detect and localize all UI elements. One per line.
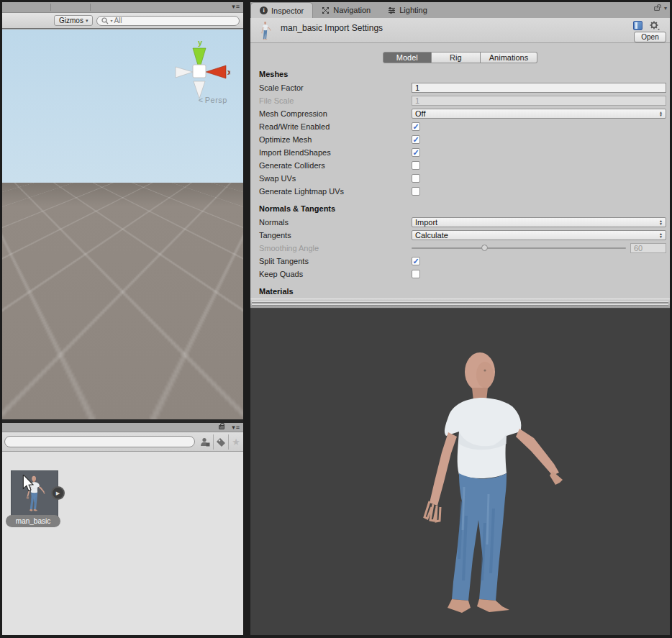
preview-splitter-handle[interactable] (250, 299, 670, 309)
swap-uvs-control (412, 174, 666, 183)
tangents-dropdown[interactable]: Calculate▲▼ (412, 230, 666, 240)
tab-label: Lighting (399, 6, 427, 14)
import-settings-body: ModelRigAnimations MeshesScale FactorFil… (250, 43, 670, 299)
row-split-tangents: Split Tangents✓ (250, 255, 670, 268)
mode-tab-rig[interactable]: Rig (432, 52, 481, 63)
optimize-mesh-checkbox[interactable]: ✓ (412, 135, 420, 144)
unity-editor-window: { "scene_panel": { "pane_menu_icon": "pa… (0, 0, 672, 638)
vertical-splitter[interactable] (243, 0, 250, 638)
project-tabbar: ▾≡ (2, 423, 243, 432)
inspector-tabbar: iInspectorNavigationLighting ▾ (250, 2, 670, 18)
project-pane: ▾≡ ★ ▶ man_b (2, 423, 243, 635)
model-preview[interactable] (250, 309, 670, 636)
search-filter-chevron-icon[interactable]: ▾ (110, 18, 112, 23)
dropdown-arrows-icon: ▲▼ (659, 231, 663, 240)
read-write-enabled-checkbox[interactable]: ✓ (412, 122, 420, 131)
lighting-icon (388, 6, 396, 14)
read-write-enabled-control: ✓ (412, 122, 666, 131)
scale-factor-label: Scale Factor (259, 83, 412, 92)
inspector-header: man_basic Import Settings Open (250, 18, 670, 43)
mesh-compression-control: Off▲▼ (412, 109, 666, 119)
info-icon: i (260, 6, 268, 14)
generate-colliders-checkbox[interactable] (412, 161, 420, 170)
filter-by-label-button[interactable] (213, 434, 228, 450)
slider-knob[interactable] (481, 245, 488, 251)
keep-quads-checkbox[interactable] (412, 270, 420, 278)
section-title-normals-tangents: Normals & Tangents (259, 204, 670, 213)
mesh-compression-label: Mesh Compression (259, 109, 412, 118)
gear-icon[interactable] (650, 21, 660, 30)
read-write-enabled-label: Read/Write Enabled (259, 122, 412, 131)
import-blendshapes-checkbox[interactable]: ✓ (412, 148, 420, 157)
row-smoothing-angle: Smoothing Angle60 (250, 242, 670, 255)
mesh-compression-dropdown[interactable]: Off▲▼ (412, 109, 666, 119)
dropdown-value: Calculate (415, 231, 448, 240)
asset-thumbnail[interactable]: ▶ (12, 471, 58, 517)
row-optimize-mesh: Optimize Mesh✓ (250, 133, 670, 146)
chevron-down-icon: ▾ (86, 18, 88, 24)
mouse-cursor-icon (22, 475, 35, 492)
tab-navigation[interactable]: Navigation (313, 2, 379, 18)
perspective-label[interactable]: <Persp (199, 96, 227, 104)
asset-name-label[interactable]: man_basic (6, 515, 60, 527)
section-title-materials: Materials (259, 287, 670, 296)
tab-label: Inspector (271, 6, 304, 15)
help-book-icon[interactable] (633, 21, 643, 30)
scene-search-input[interactable] (114, 17, 235, 24)
row-file-scale: File Scale (250, 94, 670, 107)
normals-dropdown[interactable]: Import▲▼ (412, 217, 666, 227)
row-import-blendshapes: Import BlendShapes✓ (250, 146, 670, 159)
row-scale-factor: Scale Factor (250, 81, 670, 94)
generate-colliders-control (412, 161, 666, 170)
scene-toolbar: Gizmos ▾ ▾ (2, 13, 243, 29)
project-search-input[interactable] (5, 439, 194, 450)
split-tangents-control: ✓ (412, 257, 666, 265)
scene-search[interactable]: ▾ (96, 16, 240, 26)
scene-viewport[interactable]: y x <Persp (2, 29, 243, 419)
row-generate-lightmap-uvs: Generate Lightmap UVs (250, 185, 670, 198)
window-border (0, 635, 672, 638)
scene-tabbar: ▾≡ (2, 2, 243, 13)
open-button[interactable]: Open (634, 32, 666, 42)
generate-lightmap-uvs-control (412, 187, 666, 196)
pane-menu-icon[interactable]: ▾≡ (232, 3, 240, 10)
tangents-label: Tangents (259, 231, 412, 240)
svg-text:x: x (227, 68, 230, 76)
filter-by-type-button[interactable] (198, 434, 213, 450)
mode-tab-model[interactable]: Model (383, 52, 432, 63)
mode-tab-animations[interactable]: Animations (481, 52, 537, 63)
pane-menu-icon[interactable]: ▾≡ (232, 424, 240, 431)
scale-factor-field[interactable] (412, 83, 666, 93)
file-scale-label: File Scale (259, 96, 412, 105)
tab-inspector[interactable]: iInspector (250, 2, 313, 18)
tab-separator (90, 4, 91, 11)
row-tangents: TangentsCalculate▲▼ (250, 229, 670, 242)
keep-quads-label: Keep Quads (259, 270, 412, 278)
split-tangents-label: Split Tangents (259, 257, 412, 265)
project-toolbar: ★ (2, 432, 243, 452)
tab-lighting[interactable]: Lighting (379, 2, 436, 18)
search-icon (101, 17, 109, 24)
lock-icon[interactable] (654, 6, 660, 11)
scale-factor-control (412, 83, 666, 93)
asset-icon (259, 21, 271, 41)
slider-track[interactable] (412, 247, 626, 249)
swap-uvs-checkbox[interactable] (412, 174, 420, 183)
smoothing-angle-control: 60 (412, 243, 666, 253)
settings-sections: MeshesScale FactorFile ScaleMesh Compres… (250, 70, 670, 296)
lock-icon[interactable] (219, 425, 224, 429)
generate-lightmap-uvs-checkbox[interactable] (412, 187, 420, 196)
smoothing-angle-label: Smoothing Angle (259, 244, 412, 252)
navigation-icon (322, 6, 330, 14)
project-search[interactable] (4, 436, 195, 447)
project-content[interactable]: ▶ man_basic (2, 452, 243, 634)
inspector-title: man_basic Import Settings (281, 23, 383, 33)
favorites-button[interactable]: ★ (228, 434, 243, 450)
gizmos-dropdown[interactable]: Gizmos ▾ (54, 15, 93, 26)
play-icon: ▶ (56, 491, 60, 496)
normals-control: Import▲▼ (412, 217, 666, 227)
preview-play-badge[interactable]: ▶ (51, 486, 65, 500)
split-tangents-checkbox[interactable]: ✓ (412, 257, 420, 265)
chevron-down-icon[interactable]: ▾ (664, 5, 667, 12)
scene-view-pane: ▾≡ Gizmos ▾ ▾ y x <Persp (2, 2, 243, 419)
